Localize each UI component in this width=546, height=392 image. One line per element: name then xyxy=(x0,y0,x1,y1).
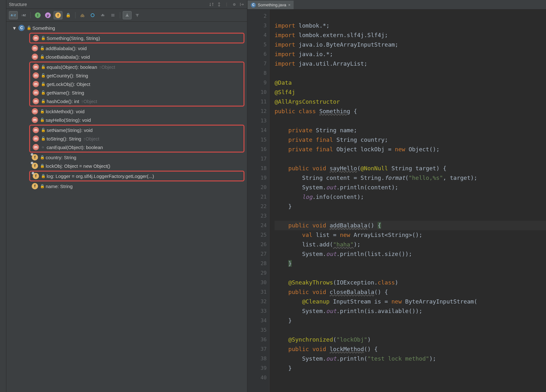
show-inherited-button[interactable] xyxy=(78,11,87,19)
sort-alpha-desc-button[interactable]: ↓az xyxy=(19,11,28,19)
public-modifier-icon: 🔓 xyxy=(41,65,45,69)
close-tab-icon[interactable]: × xyxy=(288,3,291,7)
highlight-group: m🔓Something(String, String) xyxy=(29,33,244,43)
editor-pane: C Something.java × 234567891011121314151… xyxy=(247,0,546,392)
override-super-label: ↑Object xyxy=(83,136,99,141)
project-tool-stripe[interactable] xyxy=(0,0,6,392)
hide-icon[interactable] xyxy=(239,2,244,7)
public-modifier-icon: 🔓 xyxy=(41,73,45,78)
method-node[interactable]: m🔓lockMethod(): void xyxy=(6,107,247,115)
method-node[interactable]: m🔓getLockObj(): Object xyxy=(30,80,244,88)
expand-all-button[interactable] xyxy=(123,11,132,19)
public-modifier-icon: 🔓 xyxy=(41,136,45,141)
gutter: 2345678910111213141516171819202122232425… xyxy=(247,10,270,392)
code-area[interactable]: 2345678910111213141516171819202122232425… xyxy=(247,10,546,392)
override-super-label: ↑Object xyxy=(81,99,97,104)
method-node[interactable]: m🔓closeBalabala(): void xyxy=(6,53,247,61)
toolbar-separator xyxy=(75,12,75,18)
field-icon: f xyxy=(32,154,38,160)
show-properties-button[interactable]: p xyxy=(43,11,52,19)
method-icon: m xyxy=(33,81,39,87)
node-label: addBalabala(): void xyxy=(46,46,87,51)
separator-icon: | xyxy=(224,2,229,7)
method-icon: m xyxy=(32,117,38,123)
editor-tab[interactable]: C Something.java × xyxy=(247,0,294,9)
method-icon: m xyxy=(33,64,39,70)
highlight-group: m🔓setName(String): voidm🔓toString(): Str… xyxy=(29,125,244,153)
method-icon: m xyxy=(33,72,39,79)
node-label: getCountry(): String xyxy=(47,73,88,78)
show-anonymous-button[interactable] xyxy=(88,11,97,19)
node-label: sayHello(String): void xyxy=(46,117,91,123)
method-icon: m xyxy=(32,54,38,60)
public-modifier-icon: 🔓 xyxy=(41,36,45,40)
sort-alpha-asc-button[interactable]: a↓z xyxy=(9,11,18,19)
toolbar-separator xyxy=(120,12,120,18)
method-icon: m xyxy=(33,135,39,142)
private-modifier-icon: 🔒 xyxy=(40,164,44,168)
highlight-group: m🔓equals(Object): boolean ↑Objectm🔓getCo… xyxy=(29,62,244,107)
public-modifier-icon: 🔓 xyxy=(40,109,44,114)
method-icon: m xyxy=(33,127,39,133)
node-label: getLockObj(): Object xyxy=(47,82,90,87)
field-node[interactable]: f🔒name: String xyxy=(6,182,247,190)
method-node[interactable]: m🔓setName(String): void xyxy=(30,126,244,134)
method-node[interactable]: m🔓toString(): String ↑Object xyxy=(30,134,244,143)
override-super-label: ↑Object xyxy=(99,64,115,70)
field-icon: f xyxy=(33,173,39,179)
show-lambdas-button[interactable] xyxy=(98,11,107,19)
method-node[interactable]: m○canEqual(Object): boolean xyxy=(30,143,244,151)
show-fields-button[interactable]: f xyxy=(54,11,62,19)
field-icon: f xyxy=(32,183,38,189)
method-node[interactable]: m🔓hashCode(): int ↑Object xyxy=(30,97,244,105)
node-label: log: Logger = org.slf4j.LoggerFactory.ge… xyxy=(47,173,154,179)
method-node[interactable]: m🔓addBalabala(): void xyxy=(6,44,247,52)
java-class-icon: C xyxy=(251,3,256,8)
method-icon: m xyxy=(32,108,38,114)
node-label: canEqual(Object): boolean xyxy=(47,145,103,150)
public-modifier-icon: 🔓 xyxy=(41,99,45,103)
public-modifier-icon: 🔓 xyxy=(41,90,45,95)
private-modifier-icon: 🔒 xyxy=(41,174,45,178)
public-modifier-icon: 🔓 xyxy=(40,55,44,59)
node-label: name: String xyxy=(46,184,73,189)
collapse-all-button[interactable] xyxy=(133,11,142,19)
field-node[interactable]: f🔒country: String xyxy=(6,153,247,161)
method-icon: m xyxy=(32,45,38,51)
scroll-from-source-icon[interactable] xyxy=(209,2,214,7)
method-icon: m xyxy=(33,89,39,96)
field-icon: f xyxy=(32,163,38,169)
autoscroll-icon[interactable] xyxy=(217,2,222,7)
method-icon: m xyxy=(33,35,39,41)
node-label: Something(String, String) xyxy=(47,36,100,41)
tab-label: Something.java xyxy=(258,3,286,7)
method-node[interactable]: m🔓getName(): String xyxy=(30,88,244,97)
method-node[interactable]: m🔓Something(String, String) xyxy=(30,34,244,42)
method-node[interactable]: m🔓sayHello(String): void xyxy=(6,116,247,124)
structure-title: Structure xyxy=(9,2,27,7)
show-interfaces-button[interactable]: I xyxy=(33,11,42,19)
structure-pane: Structure | ⚙ a↓z ↓az I p f 🔒 ▼ C 🔓 Some… xyxy=(6,0,247,392)
code[interactable]: import lombok.*;import lombok.extern.slf… xyxy=(270,10,546,392)
node-label: lockMethod(): void xyxy=(46,109,85,114)
method-icon: m xyxy=(33,144,39,150)
show-private-button[interactable]: 🔒 xyxy=(64,11,73,19)
field-node[interactable]: f🔒log: Logger = org.slf4j.LoggerFactory.… xyxy=(30,172,244,180)
node-label: getName(): String xyxy=(47,90,84,95)
show-supertypes-button[interactable] xyxy=(108,11,117,19)
node-label: closeBalabala(): void xyxy=(46,54,90,60)
expand-arrow-icon[interactable]: ▼ xyxy=(12,25,16,31)
node-label: hashCode(): int xyxy=(47,99,79,104)
package-modifier-icon: ○ xyxy=(41,145,45,149)
toolbar-separator xyxy=(30,12,31,18)
class-node[interactable]: ▼ C 🔓 Something xyxy=(6,24,247,32)
structure-tree[interactable]: ▼ C 🔓 Something m🔓Something(String, Stri… xyxy=(6,22,247,392)
gear-icon[interactable]: ⚙ xyxy=(232,2,237,7)
method-node[interactable]: m🔓getCountry(): String xyxy=(30,71,244,80)
field-node[interactable]: f🔒lockObj: Object = new Object() xyxy=(6,162,247,170)
public-modifier-icon: 🔓 xyxy=(40,46,44,50)
method-node[interactable]: m🔓equals(Object): boolean ↑Object xyxy=(30,63,244,71)
node-label: toString(): String xyxy=(47,136,81,141)
highlight-group: f🔒log: Logger = org.slf4j.LoggerFactory.… xyxy=(29,171,244,181)
editor-tabbar: C Something.java × xyxy=(247,0,546,10)
